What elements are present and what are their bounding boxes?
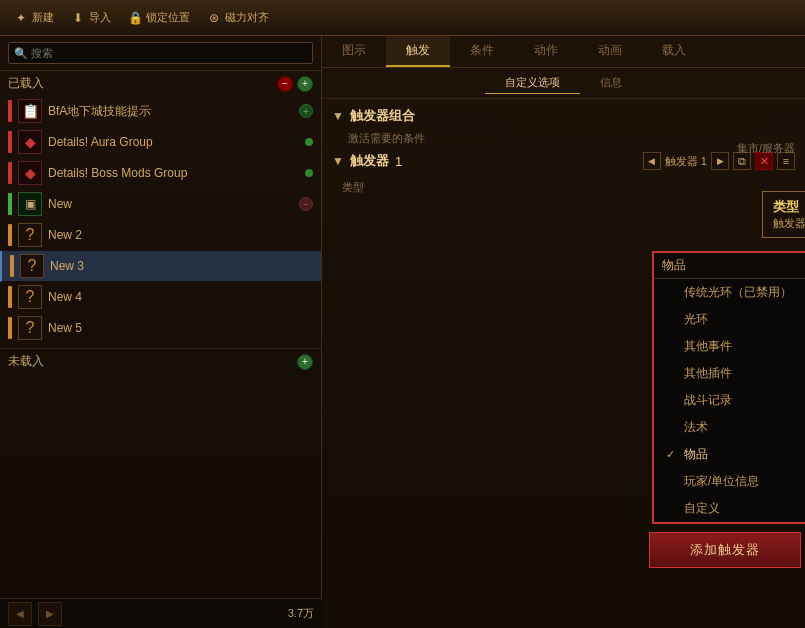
list-item-new[interactable]: ▣ New − — [0, 189, 321, 220]
dropdown-item-0[interactable]: 传统光环（已禁用） — [654, 279, 805, 306]
loaded-section-header: 已载入 − + — [0, 70, 321, 96]
dropdown-item-label: 玩家/单位信息 — [684, 473, 759, 490]
item-icon: ? — [20, 254, 44, 278]
check-icon — [666, 395, 678, 407]
nav-prev-button[interactable]: ◀ — [8, 602, 32, 626]
tab-bar: 图示 触发 条件 动作 动画 载入 — [322, 36, 805, 68]
tab-icon[interactable]: 图示 — [322, 36, 386, 67]
unloaded-section-controls: + — [297, 354, 313, 370]
dropdown-item-label: 自定义 — [684, 500, 720, 517]
list-item-bfa[interactable]: 📋 BfA地下城技能提示 + — [0, 96, 321, 127]
tab-trigger[interactable]: 触发 — [386, 36, 450, 67]
server-label: 集市/服务器 — [737, 141, 795, 156]
item-add-btn[interactable]: + — [299, 104, 313, 118]
trigger-title-row: ▼ 触发器 1 — [332, 152, 402, 170]
item-minus-btn[interactable]: − — [299, 197, 313, 211]
item-status-dot — [305, 138, 313, 146]
dropdown-item-3[interactable]: 其他插件 — [654, 360, 805, 387]
check-icon — [666, 287, 678, 299]
check-icon — [666, 422, 678, 434]
import-label: 导入 — [89, 10, 111, 25]
item-icon: ? — [18, 316, 42, 340]
lock-icon: 🔒 — [127, 10, 143, 26]
dropdown-list: 传统光环（已禁用） 光环 其他事件 其他插件 战斗记录 法术 — [654, 279, 805, 522]
unloaded-add-button[interactable]: + — [297, 354, 313, 370]
check-icon — [666, 368, 678, 380]
item-status-dot — [305, 169, 313, 177]
new-button[interactable]: ✦ 新建 — [8, 8, 59, 28]
type-label: 类型 — [342, 180, 364, 195]
check-icon — [666, 341, 678, 353]
lock-label: 锁定位置 — [146, 10, 190, 25]
search-box: 🔍 — [8, 42, 313, 64]
import-button[interactable]: ⬇ 导入 — [65, 8, 116, 28]
item-color-bar — [8, 131, 12, 153]
add-trigger-area: 添加触发器 — [644, 532, 805, 568]
check-icon — [666, 503, 678, 515]
trigger-label: 触发器 — [350, 152, 389, 170]
trigger-group-subtitle: 激活需要的条件 — [332, 131, 795, 146]
list-item-details-boss[interactable]: ◆ Details! Boss Mods Group — [0, 158, 321, 189]
tooltip-title: 类型 — [773, 198, 805, 216]
trigger-nav-label: 触发器 1 — [665, 154, 707, 169]
trigger-next-btn[interactable]: ▶ — [711, 152, 729, 170]
magnet-button[interactable]: ⊛ 磁力对齐 — [201, 8, 274, 28]
add-trigger-button[interactable]: 添加触发器 — [649, 532, 801, 568]
trigger-group-row: ▼ 触发器组合 — [332, 107, 795, 125]
left-panel: 🔍 已载入 − + 📋 BfA地下城技能提示 + ◆ Details! Aura… — [0, 36, 322, 628]
tab-load[interactable]: 载入 — [642, 36, 706, 67]
new-label: 新建 — [32, 10, 54, 25]
trigger-group-title: 触发器组合 — [350, 107, 415, 125]
lock-button[interactable]: 🔒 锁定位置 — [122, 8, 195, 28]
item-label: BfA地下城技能提示 — [48, 103, 295, 120]
list-item-new5[interactable]: ? New 5 — [0, 313, 321, 344]
item-color-bar — [8, 100, 12, 122]
dropdown-item-label: 物品 — [684, 446, 708, 463]
sub-tab-custom[interactable]: 自定义选项 — [485, 72, 580, 94]
item-label: New 4 — [48, 290, 313, 304]
collapse-arrow-icon: ▼ — [332, 109, 344, 123]
toolbar: ✦ 新建 ⬇ 导入 🔒 锁定位置 ⊛ 磁力对齐 — [0, 0, 805, 36]
right-panel: 图示 触发 条件 动作 动画 载入 自定义选项 信息 ▼ 触发器组合 — [322, 36, 805, 628]
dropdown-item-5[interactable]: 法术 — [654, 414, 805, 441]
dropdown-item-7[interactable]: 玩家/单位信息 — [654, 468, 805, 495]
nav-next-button[interactable]: ▶ — [38, 602, 62, 626]
list-item-new2[interactable]: ? New 2 — [0, 220, 321, 251]
loaded-collapse-button[interactable]: − — [277, 76, 293, 92]
dropdown-item-2[interactable]: 其他事件 — [654, 333, 805, 360]
list-item-new3[interactable]: ? New 3 — [0, 251, 321, 282]
import-icon: ⬇ — [70, 10, 86, 26]
content-area: ▼ 触发器组合 激活需要的条件 集市/服务器 ▼ 触发器 1 ◀ 触发器 1 ▶… — [322, 99, 805, 207]
dropdown-item-label: 传统光环（已禁用） — [684, 284, 792, 301]
loaded-section-controls: − + — [277, 76, 313, 92]
dropdown-item-4[interactable]: 战斗记录 — [654, 387, 805, 414]
search-icon: 🔍 — [14, 47, 28, 60]
item-label: New 3 — [50, 259, 313, 273]
dropdown-item-1[interactable]: 光环 — [654, 306, 805, 333]
check-icon — [666, 476, 678, 488]
trigger-header: ▼ 触发器 1 ◀ 触发器 1 ▶ ⧉ ✕ ≡ — [332, 152, 795, 170]
dropdown-item-label: 战斗记录 — [684, 392, 732, 409]
item-icon: ▣ — [18, 192, 42, 216]
tab-action[interactable]: 动作 — [514, 36, 578, 67]
trigger-number: 1 — [395, 154, 402, 169]
trigger-prev-btn[interactable]: ◀ — [643, 152, 661, 170]
item-color-bar — [8, 193, 12, 215]
item-color-bar — [8, 162, 12, 184]
dropdown-item-label: 其他事件 — [684, 338, 732, 355]
tab-condition[interactable]: 条件 — [450, 36, 514, 67]
dropdown-header[interactable]: 物品 ▼ — [654, 253, 805, 279]
dropdown-item-6[interactable]: ✓ 物品 — [654, 441, 805, 468]
sub-tab-bar: 自定义选项 信息 — [322, 68, 805, 99]
list-item-new4[interactable]: ? New 4 — [0, 282, 321, 313]
search-input[interactable] — [8, 42, 313, 64]
tab-animation[interactable]: 动画 — [578, 36, 642, 67]
list-item-details-aura[interactable]: ◆ Details! Aura Group — [0, 127, 321, 158]
dropdown-item-8[interactable]: 自定义 — [654, 495, 805, 522]
item-icon: ◆ — [18, 161, 42, 185]
sub-tab-info[interactable]: 信息 — [580, 72, 642, 94]
loaded-expand-button[interactable]: + — [297, 76, 313, 92]
item-label: Details! Aura Group — [48, 135, 301, 149]
magnet-label: 磁力对齐 — [225, 10, 269, 25]
type-dropdown: 物品 ▼ 传统光环（已禁用） 光环 其他事件 其他插件 战斗记 — [652, 251, 805, 524]
